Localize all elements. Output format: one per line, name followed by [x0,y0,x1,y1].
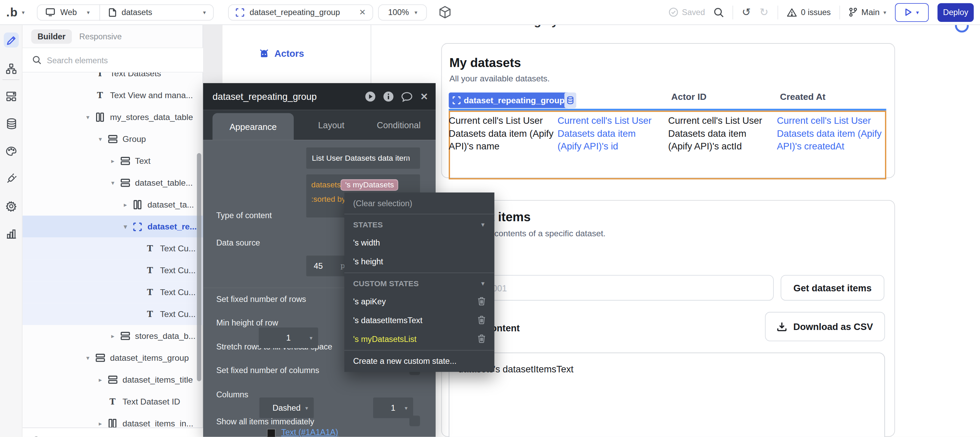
left-icon-rail [0,25,22,437]
trash-icon[interactable] [477,297,485,306]
expand-arrow-icon[interactable]: ▸ [124,202,133,208]
tree-item-text[interactable]: ▸Text [22,150,203,172]
selected-element-badge[interactable]: dataset_repeating_group [449,93,570,108]
menu-item-custom-state[interactable]: 's datasetItemsText [344,310,495,329]
get-dataset-items-button[interactable]: Get dataset items [781,275,884,300]
component-cube-icon[interactable] [439,5,452,19]
tree-item-group[interactable]: ▾Group [22,128,203,150]
tree-item-dataset-items-title[interactable]: ▸dataset_items_title [22,369,203,391]
selected-element-name: dataset_repeating_group [464,96,565,105]
menu-section-states[interactable]: STATES▼ [344,216,495,233]
download-csv-button[interactable]: Download as CSV [765,312,885,341]
tree-scrollbar[interactable] [197,153,201,381]
elements-panel: Builder Responsive Search elements TText… [22,25,203,437]
info-circle-icon[interactable] [383,91,394,102]
menu-item-custom-state[interactable]: 's apiKey [344,292,495,311]
redo-icon[interactable]: ↻ [759,5,768,19]
tree-item-dataset-table[interactable]: ▾dataset_table... [22,172,203,194]
menu-item-state[interactable]: 's width [344,233,495,252]
deploy-button[interactable]: Deploy [938,3,974,22]
menu-item-state[interactable]: 's height [344,252,495,271]
expand-arrow-icon[interactable]: ▸ [111,157,120,164]
separator-width-select[interactable]: 1▾ [373,397,413,418]
collapse-arrow-icon[interactable]: ▾ [99,136,108,143]
branch-selector[interactable]: Main ▾ [849,8,886,17]
collapse-arrow-icon[interactable]: ▾ [124,223,133,230]
expression-text[interactable]: datasets [311,181,340,189]
close-tab-icon[interactable]: ✕ [359,8,366,17]
menu-item-clear-selection[interactable]: (Clear selection) [344,195,495,212]
expand-arrow-icon[interactable]: ▸ [111,332,120,339]
tab-appearance[interactable]: Appearance [212,113,294,140]
columns-select[interactable]: 1▾ [259,327,318,348]
tree-item-text-datasets[interactable]: TText Datasets [22,73,203,84]
tree-item-text-cu[interactable]: TText Cu... [22,303,203,325]
undo-icon[interactable]: ↺ [742,5,751,19]
expand-arrow-icon[interactable]: ▸ [99,420,108,427]
collapse-arrow-icon[interactable]: ▾ [111,180,120,186]
element-tab[interactable]: dataset_repeating_group ✕ [228,4,374,21]
menu-item-create-custom-state[interactable]: Create a new custom state... [344,353,495,369]
trash-icon[interactable] [477,316,485,324]
type-of-content-select[interactable]: List User Datasets data item ▾ [306,147,420,168]
nav-item-actors[interactable]: Actors [259,48,304,59]
menu-item-custom-state[interactable]: 's myDatasetsList [344,329,495,348]
mode-selector[interactable]: Web [60,8,76,17]
preview-button[interactable]: ▾ [895,3,929,22]
chevron-down-icon: ▼ [480,222,485,228]
column-header-created-at: Created At [780,92,826,102]
bubble-logo[interactable]: .b [6,5,18,19]
rail-logs-button chart-icon[interactable] [4,226,19,242]
rail-pages-button sitemap-icon[interactable] [4,61,19,76]
inspector-header[interactable]: dataset_repeating_group ✕ [203,83,436,110]
tree-item-text-dataset-id[interactable]: TText Dataset ID [22,391,203,412]
rail-styles-button palette-icon[interactable] [4,144,19,159]
monitor-icon [46,8,55,16]
rail-data-button database-icon[interactable] [4,116,19,131]
trash-icon[interactable] [477,334,485,343]
tree-item-text-cu[interactable]: TText Cu... [22,238,203,259]
tree-item-text-view-and-mana[interactable]: TText View and mana... [22,84,203,106]
tree-item-dataset-ta[interactable]: ▸dataset_ta... [22,194,203,216]
dataset-id-input[interactable]: dataset_001 [449,275,774,300]
tree-item-text-cu[interactable]: TText Cu... [22,281,203,303]
search-icon[interactable] [714,7,724,17]
color-value-link[interactable]: Text (#1A1A1A) [282,427,338,437]
tree-item-text-cu[interactable]: TText Cu... [22,259,203,281]
color-swatch[interactable] [267,429,275,437]
zoom-control[interactable]: 100% ▾ [379,4,428,21]
mode-caret-icon[interactable]: ▾ [87,9,89,15]
tree-item-my-stores-data-table[interactable]: ▾my_stores_data_table [22,106,203,128]
comment-bubble-icon[interactable] [401,92,413,102]
rail-components-button components-icon[interactable] [4,89,19,104]
issues-indicator[interactable]: 0 issues [786,8,830,17]
tree-item-dataset-items-group[interactable]: ▾dataset_items_group [22,347,203,369]
tab-conditional[interactable]: Conditional [364,110,433,140]
search-elements-input[interactable]: Search elements [22,48,203,73]
expression-text-line2[interactable]: :sorted by [311,195,345,204]
tab-responsive[interactable]: Responsive [80,32,122,41]
logo-menu-caret-icon[interactable]: ▾ [22,9,25,15]
inspector-title: dataset_repeating_group [212,91,317,102]
fixed-rows-label: Set fixed number of rows [216,294,306,304]
preview-circle-icon[interactable] [365,91,376,102]
data-source-chip[interactable] [565,93,576,108]
tree-item-stores-data-b[interactable]: ▸stores_data_b... [22,325,203,347]
search-assets-input[interactable]: Search assets [22,427,203,437]
collapse-arrow-icon[interactable]: ▾ [86,354,95,361]
tab-layout[interactable]: Layout [303,110,360,140]
rail-plugins-button plug-icon[interactable] [4,171,19,186]
close-icon[interactable]: ✕ [420,91,428,102]
state-token[interactable]: 's myDatasets [341,180,398,191]
tab-builder[interactable]: Builder [31,29,72,43]
page-selector[interactable]: datasets [121,8,152,17]
collapse-arrow-icon[interactable]: ▾ [86,114,95,121]
tree-item-dataset-re[interactable]: ▾dataset_re... [22,216,203,238]
rail-settings-button gear-icon[interactable] [4,199,19,214]
page-caret-icon[interactable]: ▾ [203,9,206,15]
expand-arrow-icon[interactable]: ▸ [99,376,108,383]
rail-design-button pencil-icon[interactable] [4,32,19,48]
separator-style-select[interactable]: Dashed▾ [259,397,314,418]
show-all-label: Show all items immediately [216,417,314,426]
menu-section-custom-states[interactable]: CUSTOM STATES▼ [344,275,495,292]
